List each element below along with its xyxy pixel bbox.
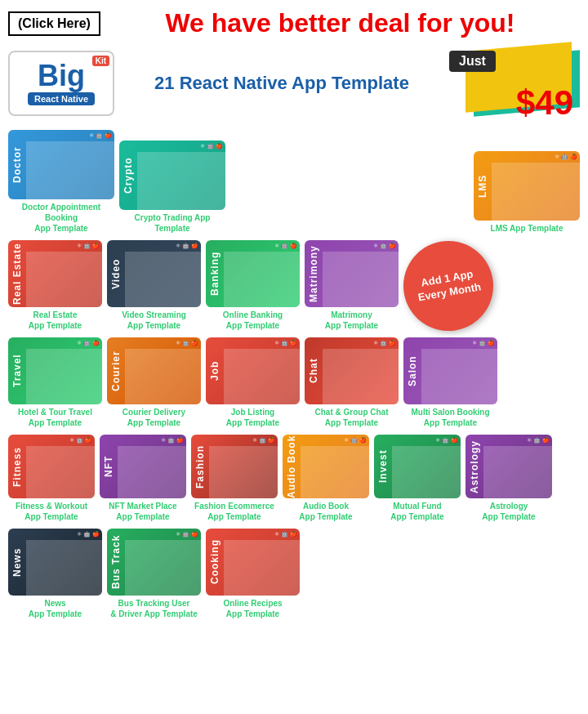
label-banking: Banking — [206, 240, 224, 307]
screen-realestate — [26, 252, 102, 307]
icons-doctor: ⚛ 🤖 🍎 — [89, 132, 112, 139]
label-salon: Salon — [403, 337, 421, 404]
name-matrimony: MatrimonyApp Template — [325, 310, 378, 331]
app-card-realestate[interactable]: Real Estate ⚛ 🤖 🍎 Real EstateApp Templat… — [8, 240, 102, 331]
kit-badge: Kit — [92, 56, 109, 66]
thumb-job: Job ⚛ 🤖 🍎 — [206, 337, 300, 404]
label-realestate: Real Estate — [8, 240, 26, 307]
thumb-courier: Courier ⚛ 🤖 🍎 — [107, 337, 201, 404]
thumb-nft: NFT ⚛ 🤖 🍎 — [100, 435, 186, 498]
app-card-lms[interactable]: LMS ⚛ 🤖 🍎 LMS App Template — [474, 151, 580, 234]
promo-row: Kit Big React Native 21 React Native App… — [8, 47, 580, 120]
icons-banking: ⚛ 🤖 🍎 — [274, 243, 297, 249]
app-card-nft[interactable]: NFT ⚛ 🤖 🍎 NFT Market PlaceApp Template — [100, 435, 186, 522]
screen-job — [224, 349, 300, 404]
thumb-realestate: Real Estate ⚛ 🤖 🍎 — [8, 240, 102, 307]
app-card-doctor[interactable]: Doctor ⚛ 🤖 🍎 Doctor Appointment BookingA… — [8, 130, 114, 234]
icons-video: ⚛ 🤖 🍎 — [176, 243, 198, 249]
name-audiobook: Audio BookApp Template — [299, 501, 352, 522]
row2: Real Estate ⚛ 🤖 🍎 Real EstateApp Templat… — [8, 240, 580, 331]
thumb-banking: Banking ⚛ 🤖 🍎 — [206, 240, 300, 307]
header: (Click Here) We have better deal for you… — [8, 8, 580, 38]
app-card-bustrack[interactable]: Bus Track ⚛ 🤖 🍎 Bus Tracking User& Drive… — [107, 529, 201, 619]
app-card-news[interactable]: News ⚛ 🤖 🍎 NewsApp Template — [8, 529, 102, 619]
label-lms: LMS — [474, 151, 492, 221]
name-fashion: Fashion EcommerceApp Template — [194, 501, 274, 522]
app-card-fitness[interactable]: Fitness ⚛ 🤖 🍎 Fitness & WorkoutApp Templ… — [8, 435, 95, 522]
app-card-banking[interactable]: Banking ⚛ 🤖 🍎 Online BankingApp Template — [206, 240, 300, 331]
thumb-bustrack: Bus Track ⚛ 🤖 🍎 — [107, 529, 201, 596]
app-card-cooking[interactable]: Cooking ⚛ 🤖 🍎 Online RecipesApp Template — [206, 529, 300, 619]
label-travel: Travel — [8, 337, 26, 404]
app-card-crypto[interactable]: Crypto ⚛ 🤖 🍎 Crypto Trading App Template — [119, 141, 225, 234]
thumb-travel: Travel ⚛ 🤖 🍎 — [8, 337, 102, 404]
big-text: Big — [38, 61, 85, 91]
thumb-fashion: Fashion ⚛ 🤖 🍎 — [191, 435, 278, 498]
icons-invest: ⚛ 🤖 🍎 — [435, 437, 458, 444]
screen-travel — [26, 349, 102, 404]
icons-lms: ⚛ 🤖 🍎 — [555, 154, 577, 160]
price-box: Just $49 — [449, 47, 580, 120]
name-nft: NFT Market PlaceApp Template — [109, 501, 176, 522]
icons-fashion: ⚛ 🤖 🍎 — [252, 437, 275, 444]
app-card-audiobook[interactable]: Audio Book ⚛ 🤖 🍎 Audio BookApp Template — [283, 435, 369, 522]
screen-salon — [421, 349, 497, 404]
screen-cooking — [224, 540, 300, 596]
screen-fitness — [26, 446, 95, 498]
label-astrology: Astrology — [466, 435, 483, 498]
app-card-matrimony[interactable]: Matrimony ⚛ 🤖 🍎 MatrimonyApp Template — [305, 240, 399, 331]
name-chat: Chat & Group ChatApp Template — [315, 407, 389, 428]
icons-cooking: ⚛ 🤖 🍎 — [274, 531, 297, 538]
screen-nft — [118, 446, 186, 498]
app-card-courier[interactable]: Courier ⚛ 🤖 🍎 Courier DeliveryApp Templa… — [107, 337, 201, 428]
label-nft: NFT — [100, 435, 118, 498]
thumb-chat: Chat ⚛ 🤖 🍎 — [305, 337, 399, 404]
icons-nft: ⚛ 🤖 🍎 — [161, 437, 184, 444]
row1: Doctor ⚛ 🤖 🍎 Doctor Appointment BookingA… — [8, 130, 580, 234]
app-card-salon[interactable]: Salon ⚛ 🤖 🍎 Multi Salon BookingApp Templ… — [403, 337, 497, 428]
name-banking: Online BankingApp Template — [223, 310, 283, 331]
just-label: Just — [449, 51, 496, 72]
screen-fashion — [209, 446, 278, 498]
name-job: Job ListingApp Template — [226, 407, 279, 428]
name-astrology: AstrologyApp Template — [482, 501, 535, 522]
icons-job: ⚛ 🤖 🍎 — [274, 340, 297, 346]
label-doctor: Doctor — [8, 130, 26, 199]
click-here-label[interactable]: (Click Here) — [8, 11, 100, 36]
label-crypto: Crypto — [119, 141, 137, 210]
app-card-job[interactable]: Job ⚛ 🤖 🍎 Job ListingApp Template — [206, 337, 300, 428]
icons-matrimony: ⚛ 🤖 🍎 — [373, 243, 396, 249]
price-value: $49 — [516, 86, 573, 120]
row5: News ⚛ 🤖 🍎 NewsApp Template Bus Track ⚛ … — [8, 529, 580, 619]
screen-audiobook — [301, 446, 369, 498]
app-card-travel[interactable]: Travel ⚛ 🤖 🍎 Hotel & Tour TravelApp Temp… — [8, 337, 102, 428]
label-fitness: Fitness — [8, 435, 26, 498]
screen-video — [125, 252, 201, 307]
app-card-invest[interactable]: Invest ⚛ 🤖 🍎 Mutual FundApp Template — [374, 435, 461, 522]
name-salon: Multi Salon BookingApp Template — [411, 407, 489, 428]
app-card-video[interactable]: Video ⚛ 🤖 🍎 Video StreamingApp Template — [107, 240, 201, 331]
name-invest: Mutual FundApp Template — [390, 501, 443, 522]
icons-salon: ⚛ 🤖 🍎 — [472, 340, 495, 346]
app-card-chat[interactable]: Chat ⚛ 🤖 🍎 Chat & Group ChatApp Template — [305, 337, 399, 428]
thumb-matrimony: Matrimony ⚛ 🤖 🍎 — [305, 240, 399, 307]
app-card-fashion[interactable]: Fashion ⚛ 🤖 🍎 Fashion EcommerceApp Templ… — [191, 435, 278, 522]
bigkit-logo[interactable]: Kit Big React Native — [8, 51, 114, 116]
deal-headline: We have better deal for you! — [100, 8, 580, 38]
template-count: 21 React Native App Template — [114, 73, 449, 94]
label-job: Job — [206, 337, 224, 404]
icons-bustrack: ⚛ 🤖 🍎 — [176, 531, 198, 538]
thumb-audiobook: Audio Book ⚛ 🤖 🍎 — [283, 435, 369, 498]
thumb-cooking: Cooking ⚛ 🤖 🍎 — [206, 529, 300, 596]
screen-courier — [125, 349, 201, 404]
screen-doctor — [26, 141, 114, 199]
row3: Travel ⚛ 🤖 🍎 Hotel & Tour TravelApp Temp… — [8, 337, 580, 428]
label-bustrack: Bus Track — [107, 529, 125, 596]
name-fitness: Fitness & WorkoutApp Template — [16, 501, 87, 522]
label-cooking: Cooking — [206, 529, 224, 596]
app-card-astrology[interactable]: Astrology ⚛ 🤖 🍎 AstrologyApp Template — [466, 435, 552, 522]
label-invest: Invest — [374, 435, 392, 498]
icons-chat: ⚛ 🤖 🍎 — [373, 340, 396, 346]
name-travel: Hotel & Tour TravelApp Template — [18, 407, 92, 428]
icons-crypto: ⚛ 🤖 🍎 — [200, 143, 223, 149]
